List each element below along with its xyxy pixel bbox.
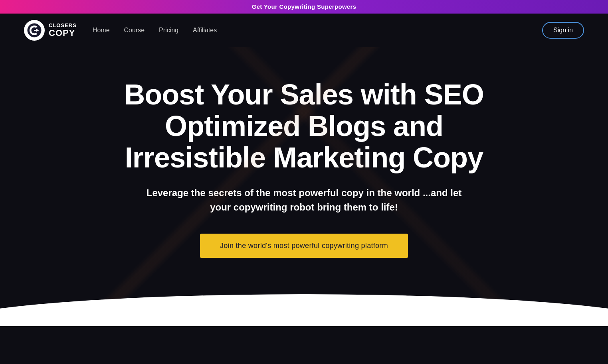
- navbar: CLOSERS COPY Home Course Pricing Affilia…: [0, 14, 608, 47]
- nav-link-affiliates[interactable]: Affiliates: [193, 27, 217, 33]
- wave-bottom: [0, 294, 608, 326]
- logo[interactable]: CLOSERS COPY: [24, 20, 77, 41]
- sign-in-button[interactable]: Sign in: [542, 22, 584, 39]
- top-banner: Get Your Copywriting Superpowers: [0, 0, 608, 14]
- nav-link-course[interactable]: Course: [124, 27, 145, 33]
- nav-item-home[interactable]: Home: [93, 27, 110, 34]
- nav-item-pricing[interactable]: Pricing: [159, 27, 178, 34]
- hero-section: Boost Your Sales with SEO Optimized Blog…: [0, 47, 608, 326]
- logo-icon: [24, 20, 45, 41]
- nav-links: Home Course Pricing Affiliates: [93, 27, 217, 34]
- nav-left: CLOSERS COPY Home Course Pricing Affilia…: [24, 20, 217, 41]
- logo-brand-top: CLOSERS: [49, 23, 77, 28]
- hero-title: Boost Your Sales with SEO Optimized Blog…: [115, 79, 494, 174]
- logo-svg: [27, 23, 42, 37]
- nav-item-affiliates[interactable]: Affiliates: [193, 27, 217, 34]
- nav-item-course[interactable]: Course: [124, 27, 145, 34]
- hero-subtitle: Leverage the secrets of the most powerfu…: [145, 186, 464, 214]
- nav-link-home[interactable]: Home: [93, 27, 110, 33]
- logo-brand-bottom: COPY: [49, 28, 77, 38]
- nav-link-pricing[interactable]: Pricing: [159, 27, 178, 33]
- banner-text: Get Your Copywriting Superpowers: [252, 3, 356, 10]
- cta-button[interactable]: Join the world's most powerful copywriti…: [200, 234, 408, 258]
- logo-text: CLOSERS COPY: [49, 23, 77, 38]
